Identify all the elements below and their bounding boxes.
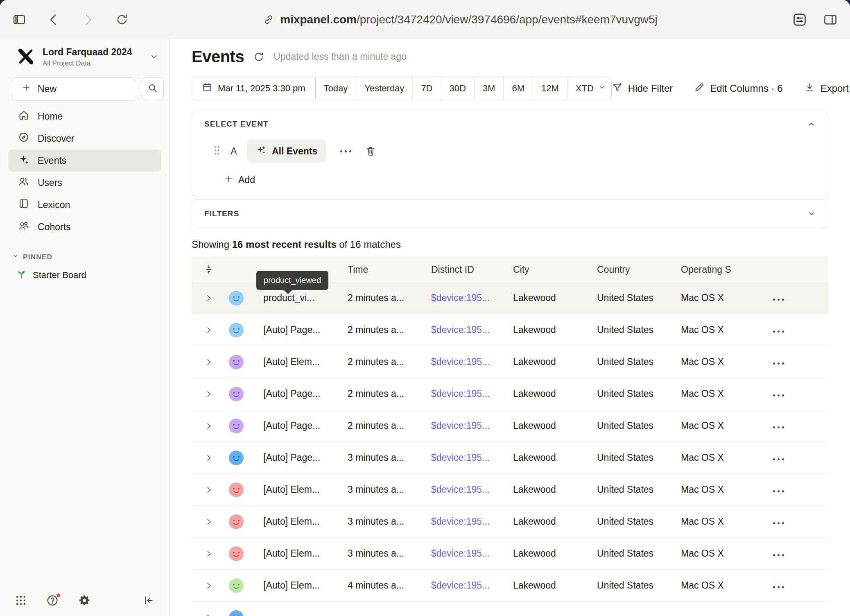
row-more-button[interactable] xyxy=(771,327,786,336)
column-header-time[interactable]: Time xyxy=(348,264,431,275)
settings-gear-icon[interactable] xyxy=(78,594,91,607)
collapse-all-rows-icon[interactable] xyxy=(203,264,214,275)
column-header-country[interactable]: Country xyxy=(597,264,681,275)
address-bar[interactable]: mixpanel.com/project/3472420/view/397469… xyxy=(129,13,792,26)
distinct-id-link[interactable]: $device:195... xyxy=(431,516,490,527)
range-12m[interactable]: 12M xyxy=(533,77,567,100)
event-name[interactable]: [Auto] Elem... xyxy=(257,484,348,495)
search-button[interactable] xyxy=(142,77,164,100)
table-row[interactable]: [Auto] Page... 2 minutes a... $device:19… xyxy=(192,378,828,410)
range-7d[interactable]: 7D xyxy=(413,77,441,100)
sidebar-item-cohorts[interactable]: Cohorts xyxy=(8,216,161,238)
event-name[interactable]: [Auto] Page... xyxy=(257,452,348,463)
row-expand-chevron-icon[interactable] xyxy=(204,453,213,462)
collapse-sidebar-icon[interactable] xyxy=(142,594,155,607)
distinct-id-link[interactable]: $device:195... xyxy=(431,580,490,591)
table-row[interactable]: [Auto] Page... 2 minutes a... $device:19… xyxy=(192,314,828,346)
row-more-button[interactable] xyxy=(771,295,786,304)
column-header-distinct-id[interactable]: Distinct ID xyxy=(431,264,513,275)
row-more-button[interactable] xyxy=(771,423,786,432)
distinct-id-link[interactable]: $device:195... xyxy=(431,292,490,303)
distinct-id-link[interactable]: $device:195... xyxy=(431,356,490,367)
row-more-button[interactable] xyxy=(771,391,786,400)
table-row[interactable]: [Auto] Elem... 4 minutes a... $device:19… xyxy=(192,570,828,602)
table-row[interactable]: [Auto] Page... 2 minutes a... $device:19… xyxy=(192,410,828,442)
distinct-id-link[interactable]: $device:195... xyxy=(431,452,490,463)
row-expand-chevron-icon[interactable] xyxy=(204,485,213,494)
sidebar-item-starter-board[interactable]: Starter Board xyxy=(0,264,170,287)
row-more-button[interactable] xyxy=(771,359,786,368)
range-today[interactable]: Today xyxy=(316,77,357,100)
refresh-icon[interactable] xyxy=(253,51,264,63)
row-expand-chevron-icon[interactable] xyxy=(204,421,213,430)
browser-forward-icon[interactable] xyxy=(81,13,95,27)
help-icon[interactable] xyxy=(46,594,59,607)
row-expand-chevron-icon[interactable] xyxy=(204,358,213,367)
drag-handle-icon[interactable] xyxy=(213,145,221,157)
browser-back-icon[interactable] xyxy=(47,13,61,27)
browser-extensions-icon[interactable] xyxy=(792,12,807,27)
new-button[interactable]: New xyxy=(12,77,135,100)
sidebar-item-users[interactable]: Users xyxy=(8,172,161,194)
sidebar-item-lexicon[interactable]: Lexicon xyxy=(8,194,161,216)
range-30d[interactable]: 30D xyxy=(441,77,475,100)
table-row[interactable]: [Auto] Elem... 3 minutes a... $device:19… xyxy=(192,538,828,570)
date-picker[interactable]: Mar 11, 2025 3:30 pm xyxy=(192,77,316,100)
event-city: Lakewood xyxy=(513,548,597,559)
browser-sidebar-toggle-icon[interactable] xyxy=(12,13,26,27)
distinct-id-link[interactable]: $device:195... xyxy=(431,484,490,495)
distinct-id-link[interactable]: $device:195... xyxy=(431,388,490,399)
row-expand-chevron-icon[interactable] xyxy=(204,549,213,558)
distinct-id-link[interactable]: $device:195... xyxy=(431,548,490,559)
collapse-panel-chevron-up-icon[interactable] xyxy=(807,119,816,129)
range-6m[interactable]: 6M xyxy=(504,77,533,100)
row-expand-chevron-icon[interactable] xyxy=(204,294,213,303)
sidebar-item-events[interactable]: Events xyxy=(8,149,161,172)
event-name[interactable]: [Auto] Page... xyxy=(257,420,348,431)
row-more-button[interactable] xyxy=(771,551,786,559)
event-name[interactable]: [Auto] Elem... xyxy=(257,580,348,591)
row-expand-chevron-icon[interactable] xyxy=(204,390,213,399)
event-name[interactable]: [Auto] Elem... xyxy=(257,548,348,559)
table-row[interactable]: [Auto] Elem... 3 minutes a... $device:19… xyxy=(192,474,828,506)
table-row[interactable] xyxy=(192,602,828,616)
event-selector-chip[interactable]: All Events xyxy=(247,140,326,163)
row-more-button[interactable] xyxy=(771,487,786,496)
event-name[interactable]: [Auto] Elem... xyxy=(257,516,348,527)
pinned-section-toggle[interactable]: PINNED xyxy=(12,253,161,261)
row-expand-chevron-icon[interactable] xyxy=(204,517,213,526)
range-xtd[interactable]: XTD xyxy=(567,77,612,100)
table-row[interactable]: [Auto] Elem... 2 minutes a... $device:19… xyxy=(192,346,828,378)
row-expand-chevron-icon[interactable] xyxy=(204,581,213,590)
table-row[interactable]: [Auto] Elem... 3 minutes a... $device:19… xyxy=(192,506,828,538)
sidebar-item-discover[interactable]: Discover xyxy=(8,127,161,149)
expand-panel-chevron-down-icon[interactable] xyxy=(807,209,816,219)
distinct-id-link[interactable]: $device:195... xyxy=(431,420,490,431)
row-more-button[interactable] xyxy=(771,519,786,528)
project-switcher[interactable]: Lord Farquaad 2024 All Project Data xyxy=(0,39,170,74)
trash-icon[interactable] xyxy=(365,146,376,157)
column-header-os[interactable]: Operating S xyxy=(681,264,753,275)
row-more-button[interactable] xyxy=(771,583,786,591)
range-3m[interactable]: 3M xyxy=(475,77,504,100)
hide-filter-button[interactable]: Hide Filter xyxy=(612,82,673,95)
event-more-button[interactable] xyxy=(335,150,356,152)
range-yesterday[interactable]: Yesterday xyxy=(356,77,413,100)
apps-grid-icon[interactable] xyxy=(15,594,27,607)
column-header-city[interactable]: City xyxy=(513,264,597,275)
distinct-id-link[interactable]: $device:195... xyxy=(431,324,490,335)
event-name[interactable]: [Auto] Page... xyxy=(257,388,348,399)
row-more-button[interactable] xyxy=(771,455,786,464)
browser-split-view-icon[interactable] xyxy=(823,12,838,27)
edit-columns-button[interactable]: Edit Columns · 6 xyxy=(694,82,782,95)
browser-reload-icon[interactable] xyxy=(115,13,129,26)
table-row[interactable]: [Auto] Page... 3 minutes a... $device:19… xyxy=(192,442,828,474)
row-expand-chevron-icon[interactable] xyxy=(204,326,213,335)
add-event-button[interactable]: Add xyxy=(224,174,255,186)
sidebar-item-home[interactable]: Home xyxy=(8,105,161,127)
row-expand-chevron-icon[interactable] xyxy=(204,613,213,616)
event-name[interactable]: product_vi... xyxy=(257,292,348,303)
event-name[interactable]: [Auto] Elem... xyxy=(257,356,348,367)
event-name[interactable]: [Auto] Page... xyxy=(257,324,348,335)
export-button[interactable]: Export xyxy=(804,82,849,95)
